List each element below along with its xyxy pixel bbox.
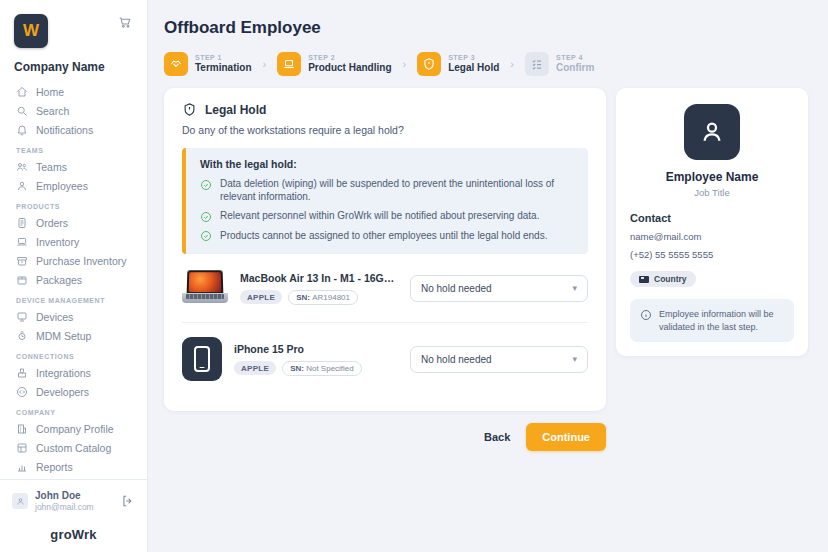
step-label: Legal Hold [448,62,499,74]
shield-alert-icon [182,102,197,117]
sidebar-item-inventory[interactable]: Inventory [8,232,139,251]
company-logo[interactable]: W [14,14,48,48]
sidebar-item-label: Packages [36,274,82,286]
step-product-handling[interactable]: STEP 2 Product Handling [277,52,391,76]
sidebar-item-label: Notifications [36,124,93,136]
info-circle-icon [640,308,652,333]
sidebar-item-packages[interactable]: Packages [8,270,139,289]
sidebar-item-label: Teams [36,161,67,173]
product-name: MacBook Air 13 In - M1 - 16GB - 254 G... [240,272,398,284]
info-point: Data deletion (wiping) will be suspended… [200,178,576,203]
product-row-macbook: MacBook Air 13 In - M1 - 16GB - 254 G...… [182,254,588,322]
puzzle-icon [16,367,28,379]
serial-badge: SN: Not Specified [282,361,362,376]
sidebar-item-company-profile[interactable]: Company Profile [8,419,139,438]
chevron-right-icon: › [510,58,514,70]
sidebar-nav: Home Search Notifications TEAMS Teams Em… [0,82,147,479]
hold-select-value: No hold needed [421,283,492,294]
contact-label: Contact [630,212,794,224]
people-icon [16,161,28,173]
validation-note: Employee information will be validated i… [630,299,794,342]
product-row-iphone: iPhone 15 Pro APPLE SN: Not Specified No… [182,323,588,395]
employee-job-title: Job Title [630,187,794,198]
code-icon [16,386,28,398]
legal-hold-title: Legal Hold [205,103,266,117]
cart-icon[interactable] [117,14,133,30]
sidebar-item-label: Orders [36,217,68,229]
company-logo-letter: W [23,21,39,41]
page-title: Offboard Employee [164,18,808,38]
legal-hold-card: Legal Hold Do any of the workstations re… [164,88,606,411]
step-number: STEP 1 [195,54,251,62]
wizard-actions: Back Continue [164,423,606,451]
product-name: iPhone 15 Pro [234,343,398,355]
step-label: Confirm [556,62,594,74]
employee-name: Employee Name [630,170,794,184]
device-icon [16,311,28,323]
sidebar-item-mdm-setup[interactable]: MDM Setup [8,326,139,345]
hold-select-iphone[interactable]: No hold needed ▾ [410,346,588,373]
sidebar-item-employees[interactable]: Employees [8,176,139,195]
check-circle-icon [200,230,212,243]
sidebar-item-label: MDM Setup [36,330,91,342]
chevron-right-icon: › [262,58,266,70]
building-icon [16,423,28,435]
info-point: Relevant personnel within GroWrk will be… [200,210,576,223]
mdm-icon [16,330,28,342]
step-number: STEP 2 [308,54,391,62]
sidebar-item-search[interactable]: Search [8,101,139,120]
sidebar-item-devices[interactable]: Devices [8,307,139,326]
sidebar-item-label: Custom Catalog [36,442,111,454]
brand-badge: APPLE [234,361,276,375]
employee-avatar [684,104,740,160]
check-circle-icon [200,210,212,223]
info-point: Products cannot be assigned to other emp… [200,230,576,243]
sidebar-item-custom-catalog[interactable]: Custom Catalog [8,438,139,457]
sidebar-item-label: Company Profile [36,423,114,435]
flag-icon [639,276,649,283]
validation-note-text: Employee information will be validated i… [659,308,784,333]
step-legal-hold[interactable]: STEP 3 Legal Hold [417,52,499,76]
sidebar-item-label: Reports [36,461,73,473]
home-icon [16,86,28,98]
sidebar-item-orders[interactable]: Orders [8,213,139,232]
sidebar-item-label: Developers [36,386,89,398]
back-button[interactable]: Back [484,431,510,443]
sidebar-item-label: Purchase Inventory [36,255,126,267]
sidebar-item-purchase-inventory[interactable]: Purchase Inventory [8,251,139,270]
search-icon [16,105,28,117]
country-label: Country [654,274,687,284]
chevron-right-icon: › [403,58,407,70]
archive-icon [16,255,28,267]
user-avatar [12,493,28,509]
sidebar-item-reports[interactable]: Reports [8,457,139,476]
serial-badge: SN: AR194801 [288,290,358,305]
section-label-products: PRODUCTS [8,195,139,213]
step-termination[interactable]: STEP 1 Termination [164,52,251,76]
sidebar-item-label: Inventory [36,236,79,248]
brand-badge: APPLE [240,290,282,304]
employee-card: Employee Name Job Title Contact name@mai… [616,88,808,356]
sidebar-item-integrations[interactable]: Integrations [8,363,139,382]
sidebar-item-notifications[interactable]: Notifications [8,120,139,139]
country-badge: Country [630,271,696,287]
shield-icon [417,52,441,76]
info-point-text: Products cannot be assigned to other emp… [220,230,547,243]
employee-email: name@mail.com [630,231,794,242]
user-email: john@mail.com [35,502,114,513]
user-name: John Doe [35,490,114,503]
sidebar-item-developers[interactable]: Developers [8,382,139,401]
chevron-down-icon: ▾ [572,354,577,364]
main-content: Offboard Employee STEP 1 Termination › S… [148,0,828,552]
info-box-title: With the legal hold: [200,158,576,170]
logout-icon[interactable] [121,494,135,508]
document-icon [16,217,28,229]
app-root: W Company Name Home Search Notifications… [0,0,828,552]
sidebar-item-home[interactable]: Home [8,82,139,101]
sidebar-item-teams[interactable]: Teams [8,157,139,176]
sidebar-item-label: Integrations [36,367,91,379]
step-confirm[interactable]: STEP 4 Confirm [525,52,594,76]
legal-hold-question: Do any of the workstations require a leg… [182,124,588,136]
continue-button[interactable]: Continue [526,423,606,451]
hold-select-macbook[interactable]: No hold needed ▾ [410,275,588,302]
